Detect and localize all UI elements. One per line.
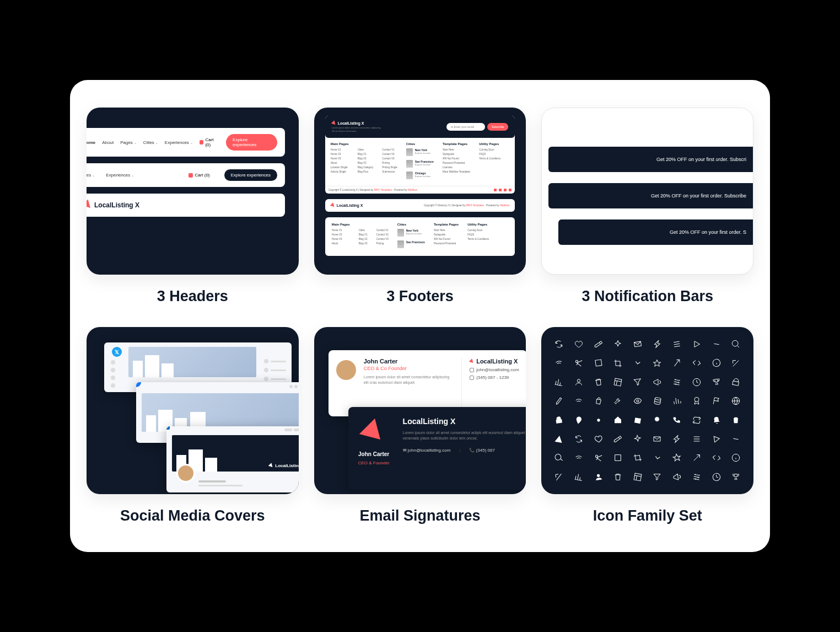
crop-icon	[628, 448, 648, 467]
mail-icon	[649, 431, 666, 447]
lock-icon	[726, 372, 746, 392]
sparkle-icon	[609, 336, 627, 352]
card-title-headers: 3 Headers	[157, 288, 228, 305]
notification-bar-1: Get 20% OFF on your first order. Subscri	[548, 147, 753, 172]
notification-bar-2: Get 20% OFF on your first order. Subscri…	[548, 183, 753, 208]
instagram-icon	[504, 189, 507, 191]
brand-logo: LocalListing X	[87, 201, 139, 209]
youtube-icon	[509, 189, 511, 191]
seal-icon	[649, 412, 666, 429]
arrow-icon	[268, 463, 274, 469]
caret-icon	[628, 354, 648, 373]
bag-icon	[588, 392, 608, 411]
icons-preview	[541, 327, 753, 494]
lines-icon	[688, 431, 706, 447]
nav-about: About	[102, 140, 114, 145]
card-social[interactable]: 𝕏 f	[87, 327, 299, 524]
chart-icon	[569, 467, 589, 486]
arrow-ul-icon	[727, 355, 745, 371]
sliders-icon	[667, 372, 687, 392]
funnel-icon	[628, 373, 648, 392]
sliders-icon	[687, 467, 707, 486]
minus-icon	[726, 429, 746, 448]
edit-icon	[588, 334, 608, 354]
bin-icon	[727, 412, 745, 429]
arrow-icon	[667, 354, 687, 372]
mail-icon: ✉	[403, 448, 407, 453]
horn-icon	[667, 468, 687, 486]
heart-icon	[570, 336, 588, 352]
search-icon	[727, 336, 745, 352]
arrow-ul-icon	[549, 468, 569, 486]
box-icon	[609, 449, 627, 466]
phone-icon: 📞	[469, 448, 475, 453]
trophy-icon	[727, 469, 745, 485]
flag-icon	[706, 392, 726, 411]
nav-home: Home	[87, 140, 95, 145]
box-icon	[589, 354, 609, 372]
db-icon	[647, 392, 667, 411]
twitter-icon	[499, 189, 502, 191]
linkedin-cover: in LocalListing X	[166, 426, 299, 492]
edit-icon	[608, 429, 628, 448]
explore-button: Explore experiences	[226, 134, 277, 151]
phone-icon	[470, 376, 474, 380]
card-title-notifications: 3 Notification Bars	[581, 288, 713, 305]
card-notifications[interactable]: Get 20% OFF on your first order. Subscri…	[541, 108, 753, 305]
user-icon	[570, 374, 588, 390]
header-variant-2: ies⌄ Experiences⌄ Cart (0) Explore exper…	[87, 163, 285, 187]
phone-icon	[667, 410, 687, 429]
card-footers[interactable]: LocalListing X Lorem ipsum dolor sit ame…	[314, 108, 526, 305]
bag-icon	[189, 173, 193, 178]
eye-icon	[628, 392, 648, 410]
card-icons[interactable]: Icon Family Set	[541, 327, 753, 524]
lock2-icon	[549, 410, 569, 429]
repeat-icon	[687, 410, 707, 430]
trophy-icon	[707, 373, 726, 392]
user-icon	[589, 468, 609, 486]
bag-icon	[200, 140, 204, 144]
caret-icon	[647, 448, 667, 468]
minus-icon	[706, 334, 726, 354]
crop-icon	[609, 355, 627, 371]
email-preview: John Carter CEO & Co Founder Lorem ipsum…	[314, 327, 526, 494]
mail-icon	[628, 335, 648, 354]
facebook-icon	[494, 189, 497, 191]
bars-icon	[667, 392, 687, 410]
wifi2-icon	[570, 393, 588, 409]
twitter-icon: 𝕏	[112, 347, 122, 357]
email-signature-dark: John Carter CEO & Founder LocalListing X…	[348, 407, 526, 490]
arrow-icon	[688, 449, 706, 466]
facebook-icon: f	[136, 382, 141, 387]
clock-icon	[707, 468, 726, 486]
email-signature-light: John Carter CEO & Co Founder Lorem ipsum…	[329, 350, 526, 416]
nav-pages: Pages⌄	[120, 140, 137, 145]
code-icon	[706, 448, 726, 468]
card-email[interactable]: John Carter CEO & Co Founder Lorem ipsum…	[314, 327, 526, 524]
bolt-icon	[647, 334, 667, 354]
nav-experiences-2: Experiences⌄	[106, 173, 134, 178]
email-input: ✉ Enter your email	[446, 123, 485, 131]
lines-icon	[667, 335, 687, 354]
play-icon	[707, 430, 726, 448]
layout-icon	[628, 467, 648, 486]
cart-link-2: Cart (0)	[189, 173, 209, 178]
bell-icon	[707, 410, 726, 429]
clock-icon	[688, 374, 706, 390]
avatar	[336, 360, 356, 380]
heart-icon	[589, 430, 609, 448]
notification-bar-3: Get 20% OFF on your first order. S	[558, 219, 753, 245]
card-headers[interactable]: Home About Pages⌄ Cities⌄ Experiences⌄ C…	[87, 108, 299, 305]
arrow-icon	[469, 358, 475, 365]
arrow-icon	[359, 419, 388, 447]
footers-preview: LocalListing X Lorem ipsum dolor sit ame…	[314, 108, 526, 275]
wifi-icon	[549, 354, 569, 372]
subscribe-button: Subscribe	[487, 123, 508, 131]
scissors-icon	[569, 354, 589, 373]
card-title-social: Social Media Covers	[120, 507, 265, 524]
star-icon	[667, 448, 687, 467]
avatar	[176, 464, 195, 483]
card-title-icons: Icon Family Set	[593, 507, 702, 524]
wrench-icon	[609, 393, 627, 409]
nav-ies: ies⌄	[87, 173, 95, 178]
